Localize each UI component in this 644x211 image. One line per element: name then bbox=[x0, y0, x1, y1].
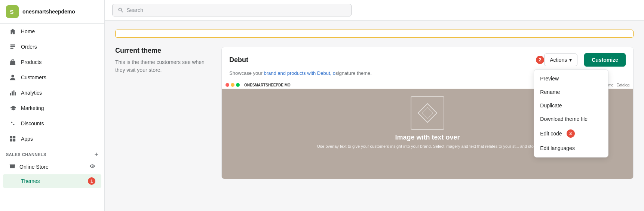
preview-diamond-icon bbox=[416, 102, 439, 124]
sidebar-item-orders[interactable]: Orders bbox=[3, 39, 101, 54]
dot-yellow bbox=[231, 83, 234, 87]
actions-label: Actions bbox=[550, 57, 567, 63]
sidebar-item-label: Products bbox=[21, 59, 42, 65]
svg-marker-18 bbox=[418, 104, 437, 122]
current-theme-subtitle: This is the theme customers see when the… bbox=[115, 58, 212, 74]
actions-btn-wrap: 2 Actions ▾ Preview Rename Duplicate Dow… bbox=[534, 53, 577, 66]
svg-line-17 bbox=[121, 11, 123, 13]
online-store-icon bbox=[9, 163, 16, 171]
search-icon bbox=[118, 7, 123, 13]
sidebar-item-customers[interactable]: Customers bbox=[3, 70, 101, 85]
preview-main-text: Image with text over bbox=[317, 134, 538, 141]
dropdown-item-preview[interactable]: Preview bbox=[534, 72, 608, 85]
sidebar-nav: Home Orders Products Customers Analytics bbox=[0, 24, 104, 147]
step2-badge: 2 bbox=[536, 56, 544, 64]
current-theme-info: Current theme This is the theme customer… bbox=[115, 47, 212, 179]
actions-dropdown: Preview Rename Duplicate Download theme … bbox=[534, 69, 608, 158]
svg-rect-8 bbox=[13, 91, 15, 96]
svg-rect-14 bbox=[10, 139, 12, 141]
svg-rect-12 bbox=[10, 136, 12, 138]
content-area: Current theme This is the theme customer… bbox=[105, 21, 644, 211]
svg-point-16 bbox=[119, 8, 122, 11]
sales-channels-section: SALES CHANNELS + bbox=[0, 147, 104, 159]
dropdown-item-rename[interactable]: Rename bbox=[534, 85, 608, 99]
svg-text:S: S bbox=[10, 9, 13, 15]
store-name: onesmartsheepdemo bbox=[22, 9, 75, 15]
sidebar-item-label: Apps bbox=[21, 136, 33, 142]
preview-store-name: ONESMARTSHEEPDE MO bbox=[244, 83, 291, 87]
theme-card: Debut 2 Actions ▾ Preview bbox=[221, 47, 634, 179]
eye-icon[interactable] bbox=[89, 163, 95, 170]
add-sales-channel-button[interactable]: + bbox=[94, 151, 98, 158]
online-store-label: Online Store bbox=[19, 164, 86, 170]
home-icon bbox=[9, 28, 16, 35]
svg-rect-6 bbox=[10, 93, 11, 95]
sidebar-item-label: Discounts bbox=[21, 120, 44, 126]
top-banner bbox=[115, 30, 634, 38]
dropdown-item-download[interactable]: Download theme file bbox=[534, 112, 608, 126]
products-icon bbox=[9, 58, 16, 66]
sidebar-item-label: Analytics bbox=[21, 90, 42, 96]
sidebar-item-label: Orders bbox=[21, 44, 37, 50]
sidebar-item-analytics[interactable]: Analytics bbox=[3, 85, 101, 100]
chevron-down-icon: ▾ bbox=[569, 57, 572, 63]
svg-rect-13 bbox=[13, 136, 15, 138]
svg-rect-7 bbox=[12, 91, 13, 95]
search-bar[interactable] bbox=[112, 4, 352, 16]
sidebar-item-themes[interactable]: Themes 1 bbox=[3, 174, 101, 188]
apps-icon bbox=[9, 135, 16, 143]
dropdown-item-edit-code[interactable]: Edit code 3 bbox=[534, 126, 608, 141]
customize-button[interactable]: Customize bbox=[584, 53, 626, 67]
actions-button[interactable]: Actions ▾ bbox=[544, 53, 577, 66]
main-content: Current theme This is the theme customer… bbox=[105, 0, 644, 211]
current-theme-title: Current theme bbox=[115, 47, 212, 55]
svg-rect-2 bbox=[10, 45, 15, 46]
sidebar-item-marketing[interactable]: Marketing bbox=[3, 101, 101, 116]
themes-label: Themes bbox=[21, 178, 40, 184]
dropdown-item-duplicate[interactable]: Duplicate bbox=[534, 99, 608, 112]
svg-rect-3 bbox=[10, 46, 15, 47]
header-actions: 2 Actions ▾ Preview Rename Duplicate Dow… bbox=[534, 53, 626, 67]
marketing-icon bbox=[9, 104, 16, 112]
customers-icon bbox=[9, 74, 16, 81]
dropdown-item-edit-languages[interactable]: Edit languages bbox=[534, 141, 608, 155]
svg-rect-4 bbox=[10, 48, 13, 49]
sidebar-item-home[interactable]: Home bbox=[3, 24, 101, 39]
preview-text-area: Image with text over Use overlay text to… bbox=[317, 134, 538, 149]
search-input[interactable] bbox=[126, 7, 346, 13]
topbar bbox=[105, 0, 644, 21]
orders-icon bbox=[9, 43, 16, 51]
step3-badge: 3 bbox=[567, 129, 575, 138]
sidebar-item-products[interactable]: Products bbox=[3, 55, 101, 70]
preview-sub-text: Use overlay text to give your customers … bbox=[317, 144, 538, 149]
sidebar-item-apps[interactable]: Apps bbox=[3, 131, 101, 146]
preview-dots bbox=[226, 83, 240, 87]
svg-point-10 bbox=[11, 122, 13, 123]
svg-rect-9 bbox=[15, 92, 16, 95]
preview-nav-catalog: Catalog bbox=[617, 83, 629, 87]
theme-card-header: Debut 2 Actions ▾ Preview bbox=[222, 47, 633, 70]
svg-point-11 bbox=[13, 124, 15, 125]
sidebar-item-label: Home bbox=[21, 28, 35, 34]
preview-image-placeholder bbox=[411, 96, 444, 130]
theme-area: Current theme This is the theme customer… bbox=[115, 47, 634, 179]
dot-green bbox=[236, 83, 240, 87]
sidebar-item-label: Customers bbox=[21, 74, 46, 80]
themes-badge: 1 bbox=[88, 177, 95, 185]
theme-name: Debut bbox=[229, 56, 248, 64]
svg-marker-19 bbox=[422, 107, 433, 119]
svg-point-5 bbox=[11, 75, 14, 77]
shopify-logo-icon: S bbox=[6, 5, 19, 18]
sidebar: S onesmartsheepdemo Home Orders Products bbox=[0, 0, 105, 211]
theme-desc-link[interactable]: brand and products with Debut, o bbox=[264, 70, 336, 76]
sidebar-logo: S onesmartsheepdemo bbox=[0, 0, 104, 24]
sidebar-item-online-store[interactable]: Online Store bbox=[3, 160, 101, 174]
sidebar-item-discounts[interactable]: Discounts bbox=[3, 116, 101, 131]
analytics-icon bbox=[9, 89, 16, 97]
discounts-icon bbox=[9, 120, 16, 127]
dot-red bbox=[226, 83, 229, 87]
sidebar-item-label: Marketing bbox=[21, 105, 44, 111]
svg-rect-15 bbox=[13, 139, 15, 141]
